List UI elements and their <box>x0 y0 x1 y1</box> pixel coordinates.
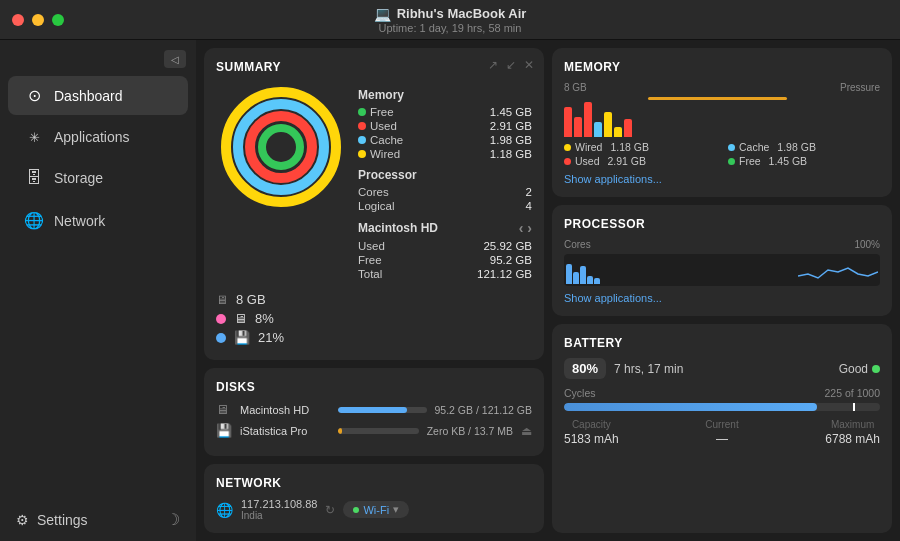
battery-capacity-item: Capacity 5183 mAh <box>564 419 619 446</box>
wifi-chevron-icon: ▾ <box>393 503 399 516</box>
memory-used-row: Used 2.91 GB <box>358 120 532 132</box>
legend-free-label: Free <box>739 155 761 167</box>
content-row: SUMMARY ↗ ↙ ✕ <box>204 48 892 533</box>
capacity-label: Capacity <box>572 419 611 430</box>
proc-show-apps[interactable]: Show applications... <box>564 292 880 304</box>
battery-percent: 80% <box>564 358 606 379</box>
macintosh-disk-bar <box>338 407 427 413</box>
contract-icon[interactable]: ↙ <box>506 58 516 72</box>
disk-row-macintosh: 🖥 Macintosh HD 95.2 GB / 121.12 GB <box>216 402 532 417</box>
maximum-label: Maximum <box>831 419 874 430</box>
dashboard-icon: ⊙ <box>24 86 44 105</box>
legend-wired-label: Wired <box>575 141 602 153</box>
processor-card-title: PROCESSOR <box>564 217 880 231</box>
current-value: — <box>716 432 728 446</box>
memory-legend: Wired 1.18 GB Cache 1.98 GB Used 2.91 GB <box>564 141 880 167</box>
collapse-button[interactable]: ◁ <box>164 50 186 68</box>
processor-section-title: Processor <box>358 168 532 182</box>
content-area: SUMMARY ↗ ↙ ✕ <box>196 40 900 541</box>
close-button[interactable] <box>12 14 24 26</box>
battery-bar <box>564 403 880 411</box>
battery-current-item: Current — <box>705 419 738 446</box>
moon-icon[interactable]: ☽ <box>166 510 180 529</box>
network-label: Network <box>54 213 105 229</box>
memory-size-label: 8 GB <box>564 82 587 93</box>
titlebar-info: 💻 Ribhu's MacBook Air Uptime: 1 day, 19 … <box>374 6 527 34</box>
maximum-value: 6788 mAh <box>825 432 880 446</box>
battery-header: 80% 7 hrs, 17 min Good <box>564 358 880 379</box>
eject-icon[interactable]: ⏏ <box>521 424 532 438</box>
main-layout: ◁ ⊙ Dashboard ✳ Applications 🗄 Storage 🌐… <box>0 40 900 541</box>
expand-icon[interactable]: ↗ <box>488 58 498 72</box>
istatistica-disk-size: Zero KB / 13.7 MB <box>427 425 513 437</box>
legend-free-value: 1.45 GB <box>769 155 808 167</box>
sidebar: ◁ ⊙ Dashboard ✳ Applications 🗄 Storage 🌐… <box>0 40 196 541</box>
battery-capacity-row: Capacity 5183 mAh Current — Maximum 6788… <box>564 419 880 446</box>
globe-icon: 🌐 <box>216 502 233 518</box>
summary-title: SUMMARY <box>216 60 532 74</box>
applications-label: Applications <box>54 129 130 145</box>
cycles-label: Cycles <box>564 387 596 399</box>
memory-card: MEMORY 8 GB Pressure <box>552 48 892 197</box>
titlebar-subtitle: Uptime: 1 day, 19 hrs, 58 min <box>379 22 522 34</box>
istatistica-disk-bar <box>338 428 419 434</box>
memory-wired-row: Wired 1.18 GB <box>358 148 532 160</box>
processor-card-header: Cores 100% <box>564 239 880 250</box>
memory-cache-row: Cache 1.98 GB <box>358 134 532 146</box>
memory-show-apps[interactable]: Show applications... <box>564 173 880 185</box>
memory-pressure-label: Pressure <box>840 82 880 93</box>
network-region: India <box>241 510 317 521</box>
sidebar-item-applications[interactable]: ✳ Applications <box>8 119 188 155</box>
proc-pct-label: 100% <box>854 239 880 250</box>
applications-icon: ✳ <box>24 130 44 145</box>
donut-chart <box>216 82 346 212</box>
legend-wired: Wired 1.18 GB <box>564 141 716 153</box>
disk-row-istatistica: 💾 iStatistica Pro Zero KB / 13.7 MB ⏏ <box>216 423 532 438</box>
current-label: Current <box>705 419 738 430</box>
proc-cores-label: Cores <box>564 239 591 250</box>
network-card: NETWORK 🌐 117.213.108.88 India ↻ Wi-Fi ▾ <box>204 464 544 533</box>
summary-inner: Memory Free 1.45 GB Used 2.91 GB Cache <box>216 82 532 282</box>
proc-wave-graph <box>798 256 878 284</box>
titlebar: 💻 Ribhu's MacBook Air Uptime: 1 day, 19 … <box>0 0 900 40</box>
settings-item[interactable]: ⚙ Settings <box>16 512 88 528</box>
legend-cache-value: 1.98 GB <box>777 141 816 153</box>
istatistica-disk-name: iStatistica Pro <box>240 425 330 437</box>
disk-nav: ‹ › <box>519 220 532 236</box>
processor-card: PROCESSOR Cores 100% <box>552 205 892 316</box>
memory-bars <box>564 97 632 137</box>
processor-graph <box>564 254 880 286</box>
battery-cycles-header: Cycles 225 of 1000 <box>564 387 880 399</box>
battery-good-dot <box>872 365 880 373</box>
cycles-value: 225 of 1000 <box>825 387 880 399</box>
settings-icon: ⚙ <box>16 512 29 528</box>
wifi-badge[interactable]: Wi-Fi ▾ <box>343 501 409 518</box>
disk-section-title: Macintosh HD <box>358 221 438 235</box>
cpu-stat: 🖥 8% <box>216 311 532 326</box>
close-summary-icon[interactable]: ✕ <box>524 58 534 72</box>
wifi-label: Wi-Fi <box>363 504 389 516</box>
istatistica-disk-icon: 💾 <box>216 423 232 438</box>
window-controls <box>12 14 64 26</box>
refresh-icon[interactable]: ↻ <box>325 503 335 517</box>
sidebar-item-storage[interactable]: 🗄 Storage <box>8 159 188 197</box>
legend-cache-label: Cache <box>739 141 769 153</box>
maximize-button[interactable] <box>52 14 64 26</box>
battery-status: Good <box>839 362 880 376</box>
legend-free: Free 1.45 GB <box>728 155 880 167</box>
legend-cache: Cache 1.98 GB <box>728 141 880 153</box>
disk-total-row: Total 121.12 GB <box>358 268 532 280</box>
memory-card-header: 8 GB Pressure <box>564 82 880 93</box>
minimize-button[interactable] <box>32 14 44 26</box>
disk-prev-icon[interactable]: ‹ <box>519 220 524 236</box>
legend-used-label: Used <box>575 155 600 167</box>
storage-label: Storage <box>54 170 103 186</box>
sidebar-item-network[interactable]: 🌐 Network <box>8 201 188 240</box>
memory-free-row: Free 1.45 GB <box>358 106 532 118</box>
summary-expand: ↗ ↙ ✕ <box>488 58 534 72</box>
memory-card-title: MEMORY <box>564 60 880 74</box>
network-ip: 117.213.108.88 <box>241 498 317 510</box>
disks-card: DISKS 🖥 Macintosh HD 95.2 GB / 121.12 GB… <box>204 368 544 456</box>
disk-next-icon[interactable]: › <box>527 220 532 236</box>
sidebar-item-dashboard[interactable]: ⊙ Dashboard <box>8 76 188 115</box>
